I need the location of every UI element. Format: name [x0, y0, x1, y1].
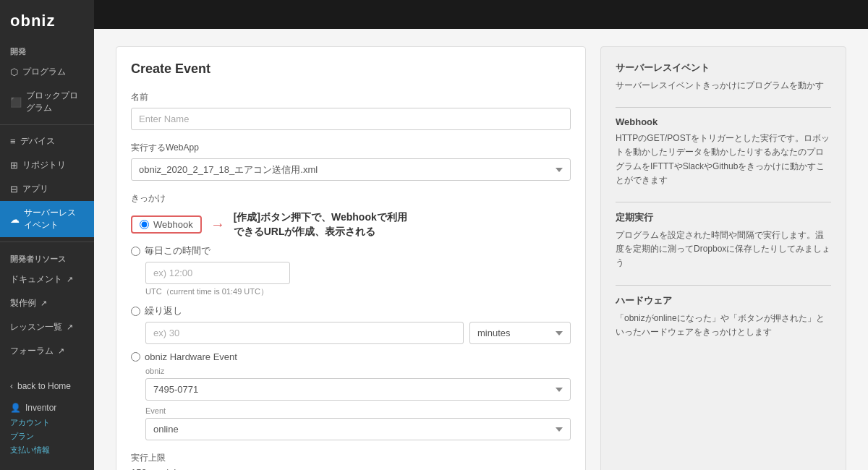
limit-value: 150 run / day — [131, 467, 571, 470]
info-text-webhook: HTTPのGET/POSTをトリガーとした実行です。ロボットを動かしたリデータを… — [616, 132, 831, 187]
sidebar-item-examples[interactable]: 製作例 ↗ — [0, 291, 94, 315]
obniz-sub-label: obniz — [145, 367, 571, 375]
webhook-callout-text: [作成]ボタン押下で、Webhookで利用できるURLが作成、表示される — [234, 211, 407, 237]
repeat-radio[interactable] — [131, 307, 140, 316]
info-text-serverless: サーバーレスイベントきっかけにプログラムを動かす — [616, 79, 831, 93]
info-section-scheduled: 定期実行 プログラムを設定された時間や間隔で実行します。温度を定期的に測ってDr… — [616, 211, 831, 270]
repeat-label: 繰り返し — [145, 304, 182, 317]
info-text-hardware: 「obnizがonlineになった」や「ボタンが押された」といったハードウェアを… — [616, 312, 831, 339]
info-title-serverless: サーバーレスイベント — [616, 61, 831, 74]
external-link-icon-forum: ↗ — [58, 346, 64, 356]
limit-group: 実行上限 150 run / day — [131, 452, 571, 470]
name-group: 名前 — [131, 91, 571, 130]
name-label: 名前 — [131, 91, 571, 103]
sidebar-item-label-app: アプリ — [22, 183, 48, 195]
hardware-radio-item[interactable]: obniz Hardware Event — [131, 351, 571, 362]
info-title-scheduled: 定期実行 — [616, 211, 831, 224]
daily-radio-item[interactable]: 毎日この時間で — [131, 244, 571, 257]
sidebar-item-label-forum: フォーラム — [10, 345, 54, 357]
webhook-row: Webhook ← [作成]ボタン押下で、Webhookで利用できるURLが作成… — [131, 210, 571, 239]
block-program-icon: ⬛ — [10, 97, 22, 108]
utc-note: UTC（current time is 01:49 UTC） — [145, 286, 571, 297]
info-divider-3 — [616, 285, 831, 286]
hardware-radio[interactable] — [131, 352, 140, 362]
app-icon: ⊟ — [10, 184, 18, 195]
external-link-icon-docs: ↗ — [67, 275, 73, 284]
sidebar-item-device[interactable]: ≡ デバイス — [0, 129, 94, 153]
trigger-label: きっかけ — [131, 192, 571, 205]
sidebar-item-lessons[interactable]: レッスン一覧 ↗ — [0, 315, 94, 339]
page-title: Create Event — [131, 61, 571, 77]
sidebar-item-label-repo: リポジトリ — [22, 159, 66, 171]
info-section-hardware: ハードウェア 「obnizがonlineになった」や「ボタンが押された」といった… — [616, 294, 831, 339]
user-icon: 👤 — [10, 403, 21, 413]
account-link[interactable]: アカウント — [10, 416, 84, 430]
sidebar-item-block-program[interactable]: ⬛ ブロックプログラム — [0, 84, 94, 120]
serverless-icon: ☁ — [10, 214, 20, 225]
username-label: Inventor — [25, 403, 56, 413]
sidebar-divider-2 — [0, 242, 94, 242]
sidebar-item-label-docs: ドキュメント — [10, 273, 62, 286]
plan-link[interactable]: プラン — [10, 430, 84, 443]
top-bar — [94, 0, 868, 29]
webhook-callout: [作成]ボタン押下で、Webhookで利用できるURLが作成、表示される — [234, 210, 407, 239]
sidebar-bottom: ‹ back to Home 👤 Inventor アカウント プラン 支払い情… — [0, 375, 94, 470]
sidebar-item-program[interactable]: ⬡ プログラム — [0, 60, 94, 84]
program-icon: ⬡ — [10, 67, 18, 77]
back-to-home-button[interactable]: ‹ back to Home — [0, 375, 94, 397]
event-sub-label: Event — [145, 406, 571, 415]
sidebar-section-dev: 開発 — [0, 39, 94, 60]
payment-link[interactable]: 支払い情報 — [10, 443, 84, 457]
user-name-row: 👤 Inventor — [10, 403, 84, 413]
sidebar-item-app[interactable]: ⊟ アプリ — [0, 177, 94, 201]
main-area: Create Event 名前 実行するWebApp obniz_2020_2_… — [94, 0, 868, 470]
sidebar-item-repository[interactable]: ⊞ リポジトリ — [0, 153, 94, 177]
limit-label: 実行上限 — [131, 452, 571, 464]
device-icon: ≡ — [10, 136, 16, 147]
webapp-select[interactable]: obniz_2020_2_17_18_エアコン送信用.xml — [131, 158, 571, 181]
sidebar-logo: obniz — [0, 0, 94, 39]
webapp-group: 実行するWebApp obniz_2020_2_17_18_エアコン送信用.xm… — [131, 142, 571, 181]
webapp-label: 実行するWebApp — [131, 142, 571, 154]
back-to-home-label: back to Home — [17, 381, 71, 391]
webhook-radio[interactable] — [140, 220, 149, 229]
external-link-icon-examples: ↗ — [41, 299, 47, 308]
sidebar-divider-1 — [0, 124, 94, 125]
repeat-input-group: minutes hours days — [145, 322, 571, 344]
obniz-id-select[interactable]: 7495-0771 — [145, 378, 571, 401]
sidebar-item-label-block: ブロックプログラム — [26, 90, 84, 114]
sidebar-item-forum[interactable]: フォーラム ↗ — [0, 339, 94, 363]
hardware-input-group: obniz 7495-0771 Event online offline but… — [145, 367, 571, 440]
event-select[interactable]: online offline button — [145, 418, 571, 440]
info-title-hardware: ハードウェア — [616, 294, 831, 307]
webhook-label: Webhook — [153, 219, 193, 230]
sidebar-item-label-program: プログラム — [22, 66, 66, 78]
sidebar-item-label-device: デバイス — [20, 135, 55, 148]
sidebar-item-serverless[interactable]: ☁ サーバーレスイベント — [0, 201, 94, 237]
repeat-input[interactable] — [145, 322, 464, 344]
time-input[interactable] — [145, 262, 290, 284]
sidebar-item-label-examples: 製作例 — [10, 297, 36, 309]
info-panel: サーバーレスイベント サーバーレスイベントきっかけにプログラムを動かす Webh… — [600, 46, 846, 470]
info-title-webhook: Webhook — [616, 116, 831, 127]
main-content: Create Event 名前 実行するWebApp obniz_2020_2_… — [94, 29, 868, 470]
hardware-label: obniz Hardware Event — [145, 351, 237, 362]
name-input[interactable] — [131, 108, 571, 130]
info-divider-1 — [616, 107, 831, 108]
webhook-arrow-icon: ← — [210, 216, 225, 233]
external-link-icon-lessons: ↗ — [67, 322, 73, 332]
daily-label: 毎日この時間で — [145, 244, 210, 257]
sidebar-item-docs[interactable]: ドキュメント ↗ — [0, 268, 94, 291]
info-section-serverless: サーバーレスイベント サーバーレスイベントきっかけにプログラムを動かす — [616, 61, 831, 93]
chevron-left-icon: ‹ — [10, 381, 13, 391]
sidebar-user: 👤 Inventor アカウント プラン 支払い情報 — [0, 397, 94, 463]
sidebar-item-label-lessons: レッスン一覧 — [10, 321, 62, 333]
sidebar-item-label-serverless: サーバーレスイベント — [24, 207, 84, 231]
webhook-radio-label[interactable]: Webhook — [131, 215, 202, 234]
form-panel: Create Event 名前 実行するWebApp obniz_2020_2_… — [116, 46, 586, 470]
info-section-webhook: Webhook HTTPのGET/POSTをトリガーとした実行です。ロボットを動… — [616, 116, 831, 187]
daily-radio[interactable] — [131, 247, 140, 256]
info-divider-2 — [616, 202, 831, 202]
repeat-radio-item[interactable]: 繰り返し — [131, 304, 571, 317]
repeat-unit-select[interactable]: minutes hours days — [469, 322, 571, 344]
